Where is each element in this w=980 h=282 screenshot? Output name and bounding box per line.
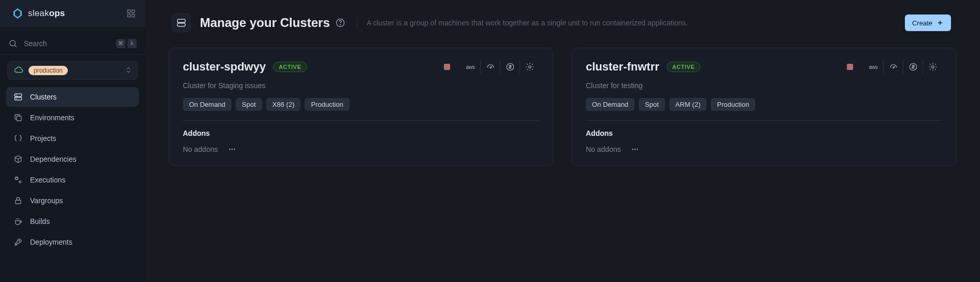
sidebar-item-label: Executions [30,176,65,184]
svg-point-27 [234,149,235,150]
cloud-icon [14,65,23,76]
sidebar-item-projects[interactable]: Projects [6,129,139,148]
sidebar-item-label: Dependencies [30,155,77,163]
topbar: sleakops [0,0,145,27]
svg-point-34 [637,149,638,150]
logo[interactable]: sleakops [11,7,65,20]
cost-icon[interactable] [500,60,520,74]
main-content: Manage your Clusters A cluster is a grou… [145,0,980,282]
svg-rect-0 [127,10,130,12]
svg-rect-3 [132,15,135,17]
card-divider [586,120,942,121]
header-divider [357,17,357,29]
addons-heading: Addons [586,129,942,137]
cluster-status-badge: ACTIVE [667,62,700,72]
cluster-tag: Spot [639,98,665,111]
cluster-status-badge: ACTIVE [273,62,307,72]
svg-point-24 [528,66,531,68]
cluster-actions: aws [460,60,539,74]
provider-aws-icon[interactable]: aws [863,60,883,74]
svg-rect-15 [178,19,185,22]
gears-icon [13,175,23,185]
cluster-tag: Spot [236,98,262,111]
addons-row: No addons [586,145,942,154]
apps-grid-icon[interactable] [126,9,136,18]
cluster-tags: On Demand Spot ARM (2) Production [586,98,942,111]
more-icon[interactable] [227,145,237,154]
svg-rect-16 [178,23,185,26]
sidebar-item-vargroups[interactable]: Vargroups [6,191,139,210]
help-icon[interactable] [335,18,345,28]
sidebar-item-label: Deployments [30,238,73,246]
braces-icon [13,134,23,143]
logo-text: sleakops [28,8,65,19]
environment-badge: production [28,66,68,75]
sidebar-item-dependencies[interactable]: Dependencies [6,149,139,169]
sidebar-item-label: Vargroups [30,196,63,205]
search-shortcut: ⌘k [116,39,137,48]
copy-icon [13,113,23,122]
cost-icon[interactable] [903,60,923,74]
search-icon [8,39,18,48]
cube-icon [13,154,23,164]
create-button[interactable]: Create [905,15,951,31]
svg-point-32 [632,149,633,150]
sidebar-item-executions[interactable]: Executions [6,170,139,190]
cluster-card: cluster-spdwyy ACTIVE aws Cluster for St… [169,48,553,166]
svg-point-8 [16,95,17,95]
cluster-tag: Production [711,98,755,111]
lock-icon [13,196,23,205]
cluster-name: cluster-fnwtrr [586,60,659,74]
svg-point-4 [10,40,16,46]
cluster-name: cluster-spdwyy [183,60,266,74]
svg-point-12 [19,181,21,183]
search-bar[interactable]: ⌘k [0,32,145,55]
sidebar-item-clusters[interactable]: Clusters [6,87,139,107]
server-icon [13,92,23,102]
page-title: Manage your Clusters [200,16,345,30]
sidebar-item-builds[interactable]: Builds [6,212,139,231]
svg-rect-10 [17,116,21,121]
more-icon[interactable] [630,145,640,154]
addons-heading: Addons [183,129,539,137]
sidebar-item-label: Clusters [30,93,56,101]
page-header-icon [172,13,191,32]
sidebar-item-environments[interactable]: Environments [6,108,139,128]
logo-icon [11,7,24,20]
page-header: Manage your Clusters A cluster is a grou… [169,13,956,32]
sidebar: sleakops ⌘k production Cl [0,0,145,282]
card-divider [183,120,539,121]
page-description: A cluster is a group of machines that wo… [367,19,896,27]
svg-point-18 [340,24,340,25]
svg-point-9 [16,98,17,99]
nav: Clusters Environments Projects Dependenc… [0,84,145,255]
cluster-tag: On Demand [183,98,232,111]
svg-point-31 [931,66,934,68]
cluster-tag: On Demand [586,98,635,111]
rocket-icon [13,237,23,247]
svg-point-33 [635,149,636,150]
dashboard-icon[interactable] [480,60,500,74]
cluster-tag: ARM (2) [669,98,707,111]
cluster-description: Cluster for testing [586,81,942,90]
cluster-tags: On Demand Spot X86 (2) Production [183,98,539,111]
cluster-tag: Production [305,98,349,111]
coffee-icon [13,217,23,226]
cluster-card: cluster-fnwtrr ACTIVE aws Cluster for te… [572,48,956,166]
sidebar-item-label: Projects [30,134,56,143]
status-indicator [847,64,853,70]
sidebar-item-deployments[interactable]: Deployments [6,232,139,252]
settings-icon[interactable] [923,60,942,74]
no-addons-text: No addons [183,145,218,153]
plus-icon [936,19,944,26]
svg-point-26 [232,149,233,150]
dashboard-icon[interactable] [883,60,903,74]
no-addons-text: No addons [586,145,621,153]
status-indicator [444,64,450,70]
addons-row: No addons [183,145,539,154]
settings-icon[interactable] [520,60,539,74]
environment-selector[interactable]: production [7,61,138,80]
svg-point-14 [19,241,20,242]
provider-aws-icon[interactable]: aws [460,60,480,74]
cluster-card-header: cluster-fnwtrr ACTIVE aws [586,60,942,74]
